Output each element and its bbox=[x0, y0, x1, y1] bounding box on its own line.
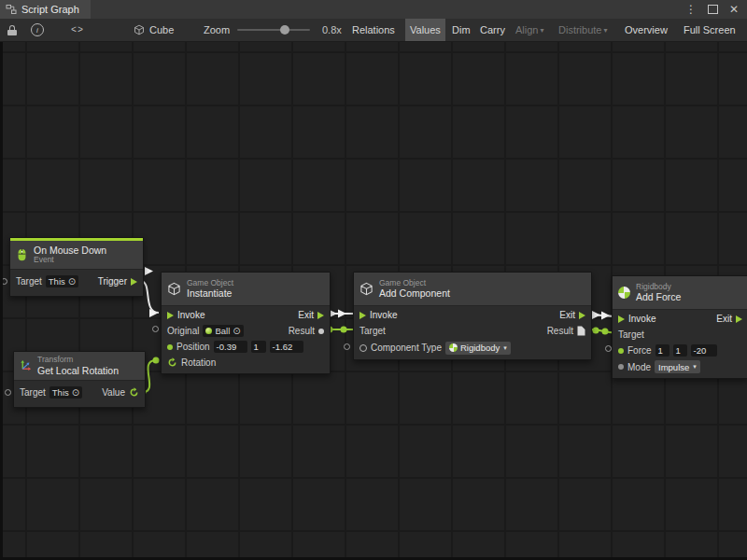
port-label-invoke: Invoke bbox=[370, 310, 397, 320]
object-picker-icon[interactable]: ⊙ bbox=[68, 277, 76, 287]
port-label-trigger: Trigger bbox=[98, 276, 127, 287]
node-subtitle: Event bbox=[34, 256, 106, 265]
enum-port-icon[interactable] bbox=[618, 364, 624, 370]
port-label-exit: Exit bbox=[298, 310, 314, 320]
info-icon[interactable]: i bbox=[31, 19, 44, 41]
rotation-type-icon[interactable] bbox=[167, 357, 177, 368]
graph-target-chip[interactable]: Cube bbox=[134, 19, 174, 41]
port-label-invoke: Invoke bbox=[628, 314, 655, 324]
port-label-mode: Mode bbox=[627, 362, 651, 372]
port-label-invoke: Invoke bbox=[177, 310, 204, 320]
flow-port-icon[interactable] bbox=[579, 312, 585, 319]
flow-port-icon[interactable] bbox=[736, 315, 742, 323]
port-label-rotation: Rotation bbox=[181, 357, 216, 368]
force-z-field[interactable]: -20 bbox=[691, 344, 717, 357]
game-object-icon bbox=[167, 282, 181, 296]
port-label-target: Target bbox=[20, 387, 46, 398]
port-circle[interactable] bbox=[152, 326, 159, 332]
flow-port-icon[interactable] bbox=[167, 312, 174, 319]
chevron-down-icon: ▾ bbox=[603, 26, 607, 35]
port-label-target: Target bbox=[618, 329, 644, 340]
dim-button[interactable]: Dim bbox=[447, 19, 475, 41]
node-title: Get Local Rotation bbox=[37, 365, 119, 376]
graph-toolbar: i <> Cube Zoom 0.8x Relations Values bbox=[0, 19, 747, 42]
zoom-slider[interactable] bbox=[237, 19, 310, 41]
overview-button[interactable]: Overview bbox=[620, 19, 672, 41]
rigidbody-icon bbox=[449, 343, 458, 352]
port-circle[interactable] bbox=[5, 389, 11, 396]
zoom-slider-handle[interactable] bbox=[280, 25, 289, 35]
script-graph-window: Script Graph ⋮ ✕ i <> Cube Zoom bbox=[0, 0, 747, 560]
vector-port-icon[interactable] bbox=[618, 348, 624, 354]
port-label-position: Position bbox=[176, 342, 210, 352]
node-title: Instantiate bbox=[187, 287, 233, 299]
rigidbody-icon bbox=[618, 287, 630, 299]
node-on-mouse-down[interactable]: On Mouse Down Event Target This ⊙ Trigge… bbox=[9, 237, 144, 297]
chevron-down-icon: ▾ bbox=[503, 344, 507, 352]
port-label-exit: Exit bbox=[559, 310, 575, 320]
node-surtitle: Transform bbox=[37, 356, 119, 365]
object-picker-icon[interactable]: ⊙ bbox=[233, 327, 240, 336]
port-label-component-type: Component Type bbox=[371, 343, 442, 353]
chevron-down-icon: ▾ bbox=[540, 26, 543, 35]
vector-port-icon[interactable] bbox=[167, 344, 173, 350]
force-mode-dropdown[interactable]: Impulse ▾ bbox=[655, 360, 700, 373]
node-title: Add Force bbox=[636, 291, 681, 302]
tab-script-graph[interactable]: Script Graph bbox=[0, 0, 91, 19]
node-surtitle: Game Object bbox=[187, 279, 233, 288]
value-port-icon[interactable] bbox=[318, 329, 324, 334]
maximize-icon[interactable] bbox=[708, 5, 718, 14]
values-button[interactable]: Values bbox=[405, 19, 445, 41]
port-circle[interactable] bbox=[344, 343, 350, 350]
zoom-slider-track[interactable] bbox=[237, 29, 310, 31]
force-x-field[interactable]: 1 bbox=[655, 344, 669, 357]
node-add-component[interactable]: Game Object Add Component Invoke Exit Ta… bbox=[353, 272, 592, 360]
graph-target-label: Cube bbox=[149, 24, 174, 35]
node-get-local-rotation[interactable]: Transform Get Local Rotation Target This… bbox=[13, 351, 146, 408]
code-icon[interactable]: <> bbox=[71, 19, 84, 41]
position-y-field[interactable]: 1 bbox=[251, 341, 266, 353]
distribute-button[interactable]: Distribute▾ bbox=[554, 19, 612, 41]
target-value-chip[interactable]: This ⊙ bbox=[46, 275, 78, 287]
port-label-original: Original bbox=[167, 326, 199, 336]
zoom-label: Zoom bbox=[204, 19, 230, 41]
flow-port-icon[interactable] bbox=[317, 312, 324, 319]
component-type-dropdown[interactable]: Rigidbody ▾ bbox=[445, 342, 511, 355]
flow-port-icon[interactable] bbox=[359, 312, 366, 319]
component-type-port-icon[interactable] bbox=[359, 344, 367, 352]
port-circle[interactable] bbox=[605, 345, 612, 352]
graph-asset-icon bbox=[6, 4, 17, 15]
port-label-force: Force bbox=[627, 345, 652, 356]
node-surtitle: Game Object bbox=[379, 279, 450, 288]
component-result-icon[interactable] bbox=[577, 326, 585, 336]
transform-icon bbox=[20, 359, 32, 371]
zoom-value: 0.8x bbox=[322, 19, 342, 41]
position-z-field[interactable]: -1.62 bbox=[270, 341, 303, 353]
mouse-icon bbox=[16, 248, 28, 261]
fullscreen-button[interactable]: Full Screen bbox=[679, 19, 740, 41]
force-y-field[interactable]: 1 bbox=[673, 344, 687, 357]
tab-title: Script Graph bbox=[21, 4, 79, 15]
title-bar: Script Graph ⋮ ✕ bbox=[0, 0, 747, 20]
node-add-force[interactable]: Rigidbody Add Force Invoke Exit Target F… bbox=[612, 275, 747, 379]
port-label-exit: Exit bbox=[716, 314, 732, 324]
chevron-down-icon: ▾ bbox=[693, 363, 697, 371]
rotation-type-icon[interactable] bbox=[129, 387, 139, 398]
carry-button[interactable]: Carry bbox=[475, 19, 510, 41]
ball-object-icon bbox=[205, 328, 212, 334]
port-label-result: Result bbox=[289, 326, 315, 336]
lock-icon[interactable] bbox=[7, 19, 17, 41]
relations-button[interactable]: Relations bbox=[347, 19, 400, 41]
node-title: Add Component bbox=[379, 287, 450, 299]
position-x-field[interactable]: -0.39 bbox=[214, 341, 247, 353]
object-picker-icon[interactable]: ⊙ bbox=[72, 388, 79, 398]
align-button[interactable]: Align▾ bbox=[511, 19, 548, 41]
port-label-target: Target bbox=[359, 326, 386, 336]
target-value-chip[interactable]: This ⊙ bbox=[49, 386, 82, 399]
menu-icon[interactable]: ⋮ bbox=[685, 4, 697, 15]
flow-port-icon[interactable] bbox=[131, 278, 137, 286]
original-value-chip[interactable]: Ball ⊙ bbox=[203, 325, 243, 337]
close-icon[interactable]: ✕ bbox=[729, 4, 739, 15]
node-instantiate[interactable]: Game Object Instantiate Invoke Exit Orig… bbox=[161, 272, 331, 374]
flow-port-icon[interactable] bbox=[618, 315, 625, 323]
